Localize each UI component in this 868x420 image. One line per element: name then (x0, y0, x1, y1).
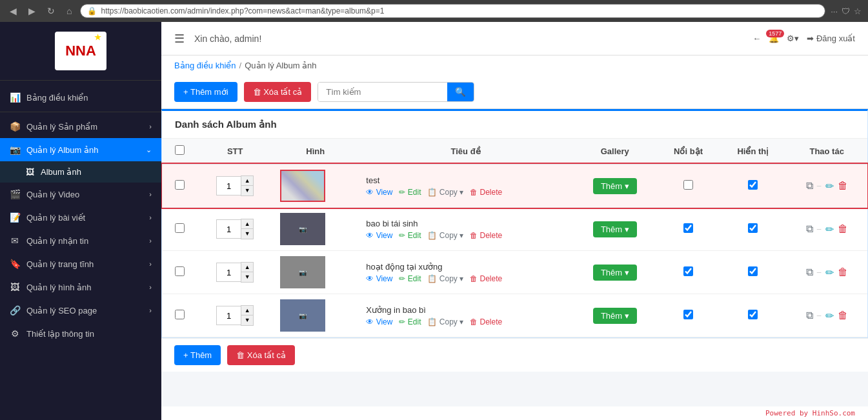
them-button[interactable]: Thêm ▾ (593, 221, 637, 237)
row-title: hoạt động tại xưởng (366, 262, 565, 272)
copy-icon-button[interactable]: ⧉ (806, 310, 813, 321)
them-button[interactable]: Thêm ▾ (593, 178, 637, 194)
view-link[interactable]: 👁 View (366, 317, 392, 326)
bottom-add-button[interactable]: + Thêm (174, 345, 221, 365)
add-new-button[interactable]: + Thêm mới (174, 82, 237, 102)
view-link[interactable]: 👁 View (366, 188, 392, 197)
copy-icon-button[interactable]: ⧉ (806, 223, 813, 235)
action-icons-cell: ⧉ – ✏ 🗑 (786, 251, 867, 294)
sidebar-item-seo[interactable]: 🔗 Quản lý SEO page › (0, 299, 161, 322)
delete-link[interactable]: 🗑 Delete (470, 317, 502, 326)
them-button[interactable]: Thêm ▾ (593, 308, 637, 324)
reload-button[interactable]: ↻ (44, 5, 58, 17)
bottom-delete-button[interactable]: 🗑 Xóa tất cả (227, 345, 295, 365)
stepper-up-button[interactable]: ▲ (241, 263, 253, 272)
stt-stepper: ▲ ▼ (205, 305, 265, 326)
sidebar-item-label: Quản lý nhận tin (26, 236, 88, 246)
edit-link[interactable]: ✏ Edit (399, 188, 421, 197)
url-bar[interactable]: 🔒 https://baobicaotien.com/admin/index.p… (80, 4, 825, 18)
hien-thi-checkbox[interactable] (748, 223, 758, 233)
edit-link[interactable]: ✏ Edit (399, 274, 421, 283)
hien-thi-checkbox[interactable] (748, 310, 758, 319)
sidebar-item-inbox[interactable]: ✉ Quản lý nhận tin › (0, 229, 161, 252)
topbar-section: ☰ Xin chào, admin! ← 🔔 1577 ⚙▾ ➡ Đăng xu… (161, 22, 868, 109)
star-icon[interactable]: ☆ (854, 6, 862, 16)
sidebar-item-dashboard[interactable]: 📊 Bảng điều khiển (0, 86, 161, 109)
view-link[interactable]: 👁 View (366, 274, 392, 283)
select-all-checkbox[interactable] (175, 145, 185, 155)
hien-thi-checkbox[interactable] (748, 180, 758, 190)
sidebar-item-pages[interactable]: 🔖 Quản lý trang tĩnh › (0, 252, 161, 275)
notification-badge: 1577 (766, 30, 784, 37)
articles-icon: 📝 (10, 212, 20, 223)
view-link[interactable]: 👁 View (366, 231, 392, 240)
row-checkbox[interactable] (175, 310, 185, 319)
stepper-down-button[interactable]: ▼ (241, 315, 253, 325)
stepper-up-button[interactable]: ▲ (241, 176, 253, 186)
home-button[interactable]: ⌂ (63, 5, 75, 17)
sidebar-item-articles[interactable]: 📝 Quản lý bài viết › (0, 206, 161, 229)
noi-bat-checkbox[interactable] (683, 223, 693, 233)
edit-icon-button[interactable]: ✏ (825, 310, 834, 322)
copy-link[interactable]: 📋 Copy ▾ (427, 274, 463, 283)
them-button[interactable]: Thêm ▾ (593, 265, 637, 281)
stt-input[interactable] (216, 263, 241, 282)
stt-stepper: ▲ ▼ (205, 262, 265, 283)
gallery-cell: Thêm ▾ (573, 208, 657, 251)
sidebar-item-album-sub[interactable]: 🖼 Album ảnh (0, 161, 161, 183)
logout-button[interactable]: ➡ Đăng xuất (807, 34, 855, 43)
search-button[interactable]: 🔍 (447, 83, 474, 101)
noi-bat-checkbox[interactable] (683, 180, 693, 190)
copy-link[interactable]: 📋 Copy ▾ (427, 231, 463, 240)
noi-bat-checkbox[interactable] (683, 310, 693, 319)
edit-link[interactable]: ✏ Edit (399, 231, 421, 240)
edit-icon-button[interactable]: ✏ (825, 223, 834, 235)
row-title: Xưởng in bao bì (366, 305, 565, 315)
settings-gear-icon[interactable]: ⚙▾ (787, 34, 799, 43)
delete-icon-button[interactable]: 🗑 (838, 223, 848, 235)
stt-input[interactable] (216, 219, 241, 239)
sidebar-item-label: Quản lý bài viết (26, 213, 85, 223)
sidebar-item-settings[interactable]: ⚙ Thiết lập thông tin (0, 322, 161, 345)
copy-icon-button[interactable]: ⧉ (806, 266, 813, 278)
delete-icon-button[interactable]: 🗑 (838, 180, 848, 192)
sidebar-item-gallery[interactable]: 🖼 Quản lý hình ảnh › (0, 275, 161, 299)
back-button[interactable]: ◀ (6, 5, 20, 17)
row-checkbox[interactable] (175, 223, 185, 233)
noi-bat-checkbox[interactable] (683, 266, 693, 276)
sidebar-item-products[interactable]: 📦 Quản lý Sản phẩm › (0, 115, 161, 138)
edit-link[interactable]: ✏ Edit (399, 317, 421, 326)
sidebar-item-album[interactable]: 📷 Quản lý Album ảnh ⌄ (0, 138, 161, 161)
copy-icon-button[interactable]: ⧉ (806, 180, 813, 192)
delete-icon-button[interactable]: 🗑 (838, 266, 848, 278)
stt-input[interactable] (216, 306, 241, 325)
delete-link[interactable]: 🗑 Delete (470, 188, 502, 197)
stt-input[interactable] (216, 176, 241, 195)
hien-thi-checkbox[interactable] (748, 266, 758, 276)
stepper-up-button[interactable]: ▲ (241, 219, 253, 229)
stepper-down-button[interactable]: ▼ (241, 229, 253, 239)
delete-all-button[interactable]: 🗑 Xóa tất cả (244, 82, 312, 102)
edit-icon-button[interactable]: ✏ (825, 180, 834, 192)
copy-link[interactable]: 📋 Copy ▾ (427, 188, 463, 197)
delete-link[interactable]: 🗑 Delete (470, 274, 502, 283)
row-checkbox[interactable] (175, 266, 185, 276)
chevron-right-icon: › (149, 260, 152, 268)
icon-separator: – (817, 268, 822, 277)
delete-icon-button[interactable]: 🗑 (838, 310, 848, 321)
notification-bell[interactable]: 🔔 1577 (769, 34, 779, 43)
menu-dots-icon[interactable]: ··· (831, 6, 838, 16)
row-checkbox[interactable] (175, 180, 185, 190)
delete-link[interactable]: 🗑 Delete (470, 231, 502, 240)
stepper-up-button[interactable]: ▲ (241, 306, 253, 315)
breadcrumb-home[interactable]: Bảng điều khiển (174, 61, 236, 70)
forward-button[interactable]: ▶ (25, 5, 39, 17)
stepper-down-button[interactable]: ▼ (241, 272, 253, 282)
search-input[interactable] (318, 83, 447, 101)
stepper-down-button[interactable]: ▼ (241, 186, 253, 195)
sidebar-toggle[interactable]: ☰ (174, 32, 185, 46)
edit-icon-button[interactable]: ✏ (825, 266, 834, 279)
sidebar-item-video[interactable]: 🎬 Quản lý Video › (0, 183, 161, 206)
copy-link[interactable]: 📋 Copy ▾ (427, 317, 463, 326)
back-arrow-icon[interactable]: ← (752, 34, 761, 43)
